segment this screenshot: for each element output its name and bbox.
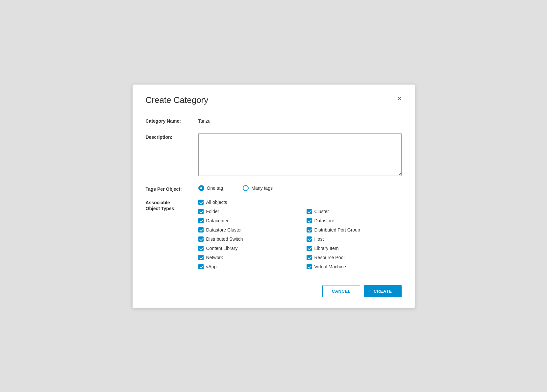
datastore-cluster-checkbox[interactable] [198, 227, 204, 233]
distributed-port-group-option[interactable]: Distributed Port Group [307, 227, 402, 233]
description-input[interactable] [198, 133, 402, 176]
network-checkbox[interactable] [198, 255, 204, 260]
associable-label-wrap: Associable Object Types: [146, 200, 198, 211]
tags-per-object-label: Tags Per Object: [146, 185, 198, 192]
datastore-option[interactable]: Datastore [307, 218, 402, 223]
associable-object-types-label: Associable Object Types: [146, 199, 176, 211]
vapp-checkbox[interactable] [198, 264, 204, 269]
virtual-machine-option[interactable]: Virtual Machine [307, 264, 402, 269]
distributed-switch-checkbox[interactable] [198, 236, 204, 242]
network-label: Network [206, 255, 223, 260]
virtual-machine-label: Virtual Machine [314, 264, 346, 269]
description-label: Description: [146, 133, 198, 140]
all-objects-option[interactable]: All objects [198, 200, 402, 205]
distributed-switch-option[interactable]: Distributed Switch [198, 236, 293, 242]
category-name-row: Category Name: [146, 117, 402, 125]
vapp-option[interactable]: vApp [198, 264, 293, 269]
cancel-button[interactable]: CANCEL [322, 285, 360, 297]
dialog-footer: CANCEL CREATE [146, 285, 402, 297]
content-library-label: Content Library [206, 246, 238, 251]
description-field [198, 133, 402, 177]
datastore-cluster-option[interactable]: Datastore Cluster [198, 227, 293, 233]
datastore-label: Datastore [314, 218, 335, 223]
create-button[interactable]: CREATE [364, 285, 401, 297]
many-tags-option[interactable]: Many tags [243, 185, 273, 191]
create-category-dialog: Create Category × Category Name: Descrip… [132, 84, 415, 308]
folder-checkbox[interactable] [198, 209, 204, 214]
description-row: Description: [146, 133, 402, 177]
many-tags-radio[interactable] [243, 185, 249, 191]
all-objects-checkbox[interactable] [198, 200, 204, 205]
content-library-option[interactable]: Content Library [198, 246, 293, 251]
datacenter-option[interactable]: Datacenter [198, 218, 293, 223]
resource-pool-checkbox[interactable] [307, 255, 312, 260]
one-tag-label: One tag [207, 185, 223, 191]
datastore-checkbox[interactable] [307, 218, 312, 223]
dialog-title: Create Category [146, 95, 209, 105]
host-label: Host [314, 236, 324, 242]
content-library-checkbox[interactable] [198, 246, 204, 251]
category-name-field [198, 117, 402, 125]
host-option[interactable]: Host [307, 236, 402, 242]
vapp-label: vApp [206, 264, 217, 269]
library-item-label: Library Item [314, 246, 339, 251]
all-objects-row: All objects [198, 200, 402, 205]
resource-pool-label: Resource Pool [314, 255, 345, 260]
cluster-checkbox[interactable] [307, 209, 312, 214]
datacenter-checkbox[interactable] [198, 218, 204, 223]
folder-option[interactable]: Folder [198, 209, 293, 214]
checkbox-grid: Folder Cluster Datacenter Datastore Data… [198, 209, 402, 269]
cluster-option[interactable]: Cluster [307, 209, 402, 214]
datastore-cluster-label: Datastore Cluster [206, 227, 242, 233]
close-button[interactable]: × [397, 95, 402, 102]
tags-per-object-options: One tag Many tags [198, 185, 402, 191]
category-name-label: Category Name: [146, 117, 198, 124]
one-tag-radio[interactable] [198, 185, 204, 191]
all-objects-label: All objects [206, 200, 227, 205]
library-item-checkbox[interactable] [307, 246, 312, 251]
resource-pool-option[interactable]: Resource Pool [307, 255, 402, 260]
folder-label: Folder [206, 209, 219, 214]
radio-group: One tag Many tags [198, 185, 402, 191]
datacenter-label: Datacenter [206, 218, 229, 223]
distributed-switch-label: Distributed Switch [206, 236, 243, 242]
one-tag-option[interactable]: One tag [198, 185, 223, 191]
virtual-machine-checkbox[interactable] [307, 264, 312, 269]
associable-object-types-row: Associable Object Types: All objects Fol… [146, 200, 402, 269]
checkbox-options: All objects Folder Cluster Datacenter [198, 200, 402, 269]
library-item-option[interactable]: Library Item [307, 246, 402, 251]
distributed-port-group-checkbox[interactable] [307, 227, 312, 233]
tags-per-object-row: Tags Per Object: One tag Many tags [146, 185, 402, 192]
cluster-label: Cluster [314, 209, 329, 214]
network-option[interactable]: Network [198, 255, 293, 260]
distributed-port-group-label: Distributed Port Group [314, 227, 360, 233]
dialog-header: Create Category × [146, 95, 402, 105]
many-tags-label: Many tags [251, 185, 273, 191]
category-name-input[interactable] [198, 117, 402, 125]
host-checkbox[interactable] [307, 236, 312, 242]
